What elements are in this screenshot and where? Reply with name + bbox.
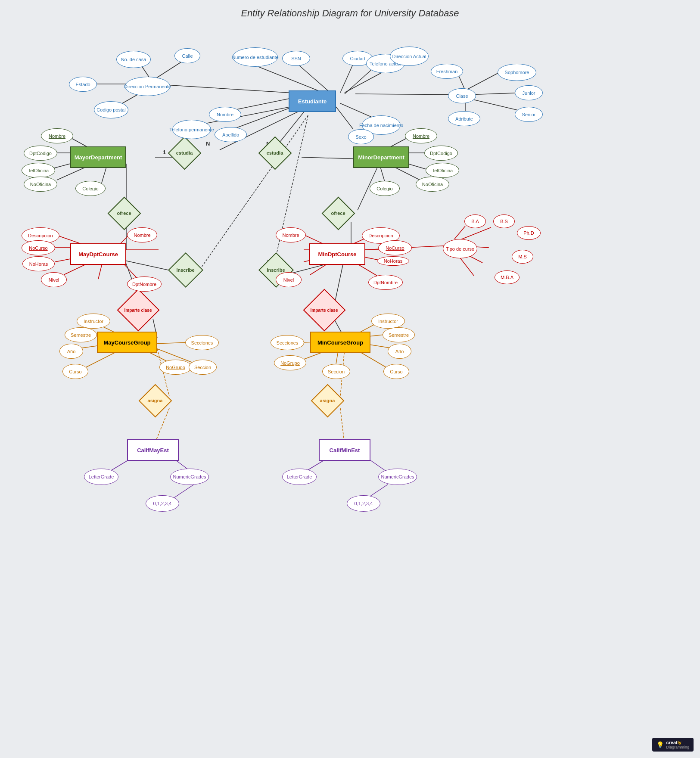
attr-codigo-postal: Codigo postal bbox=[94, 101, 128, 118]
entity-calif-may-est: CalifMayEst bbox=[127, 439, 179, 461]
svg-line-6 bbox=[345, 67, 375, 94]
svg-line-8 bbox=[340, 103, 375, 118]
svg-line-74 bbox=[154, 342, 190, 344]
attr-may-nivel: Nivel bbox=[41, 272, 67, 287]
svg-line-9 bbox=[336, 107, 353, 129]
diamond-estudia-1: estudia bbox=[167, 142, 202, 164]
attr-no-de-casa: No. de casa bbox=[116, 51, 151, 68]
attr-may-grades-values: 0,1,2,3,4 bbox=[146, 495, 179, 512]
diagram-title: Entity Relationship Diagram for Universi… bbox=[241, 8, 459, 19]
attr-tipo-curso: Tipo de curso bbox=[443, 239, 477, 258]
attr-minor-nooficina: NoOficina bbox=[416, 177, 449, 192]
attr-may-numericgrades: NumericGrades bbox=[170, 469, 209, 485]
attr-mayor-dptcodigo: DptCodigo bbox=[24, 146, 57, 161]
attr-minor-teloficina: TelOficina bbox=[426, 163, 459, 178]
attr-min-dptnombre: DptNombre bbox=[368, 275, 403, 290]
svg-text:1: 1 bbox=[163, 149, 166, 155]
attr-may-secciones: Secciones bbox=[185, 335, 219, 350]
svg-line-16 bbox=[151, 84, 308, 94]
attr-mayor-teloficina: TelOficina bbox=[22, 163, 55, 178]
attr-mayor-nooficina: NoOficina bbox=[24, 177, 57, 192]
attr-phd: Ph.D bbox=[517, 226, 541, 240]
svg-line-12 bbox=[465, 71, 502, 90]
logo-subtext: Diagramming bbox=[666, 745, 689, 749]
attr-may-nogrupo: NoGrupo bbox=[159, 360, 192, 375]
attr-min-seccion: Seccion bbox=[322, 364, 350, 379]
diamond-inscribe-1: inscribe bbox=[167, 259, 204, 281]
entity-calif-min-est: CalifMinEst bbox=[319, 439, 370, 461]
diagram-container: Entity Relationship Diagram for Universi… bbox=[0, 0, 700, 758]
attr-numero-estudiante: Numero de estudiante bbox=[233, 47, 278, 67]
attr-may-semestre: Semestre bbox=[65, 327, 97, 342]
attr-min-nohoras: NoHoras bbox=[377, 256, 409, 266]
entity-may-dpt-course: MayDptCourse bbox=[70, 243, 126, 265]
logo-bulb-icon: 💡 bbox=[656, 741, 664, 748]
attr-mayor-nombre: Nombre bbox=[41, 128, 73, 143]
attr-may-seccion: Seccion bbox=[189, 360, 217, 375]
attr-clase: Clase bbox=[448, 88, 476, 103]
attr-bs: B.S bbox=[493, 214, 515, 228]
creately-logo: 💡 creatly Diagramming bbox=[652, 738, 694, 752]
attr-sophomore: Sophomore bbox=[498, 64, 536, 81]
diamond-estudia-2: estudia bbox=[258, 142, 292, 164]
attr-may-ano: Año bbox=[59, 344, 83, 359]
attr-min-curso: Curso bbox=[383, 364, 409, 379]
attr-freshman: Freshman bbox=[431, 64, 463, 79]
attr-min-grades-values: 0,1,2,3,4 bbox=[347, 495, 380, 512]
svg-line-62 bbox=[274, 115, 308, 267]
attr-min-secciones: Secciones bbox=[271, 335, 304, 350]
diamond-asigna-2: asigna bbox=[310, 390, 345, 411]
attr-min-instructor: Instructor bbox=[371, 314, 405, 329]
attr-min-nocurso: NoCurso bbox=[378, 240, 412, 255]
attr-direccion-actual: Direccion Actual bbox=[390, 47, 429, 66]
attr-may-lettergrade: LetterGrade bbox=[84, 469, 118, 485]
svg-line-1 bbox=[258, 67, 323, 93]
entity-may-course-group: MayCourseGroup bbox=[97, 332, 157, 353]
attr-estado: Estado bbox=[69, 77, 97, 92]
attr-min-nogrupo: NoGrupo bbox=[274, 355, 306, 370]
attr-nombre-blue: Nombre bbox=[209, 107, 241, 122]
attr-min-nombre: Nombre bbox=[276, 227, 306, 242]
diamond-ofrece-1: ofrece bbox=[107, 202, 141, 224]
diamond-imparte-clase-2: Imparte clase bbox=[302, 299, 347, 321]
diamond-ofrece-2: ofrece bbox=[321, 202, 355, 224]
attr-telefono-permanente: Telefono permanente bbox=[172, 120, 211, 139]
diamond-asigna-1: asigna bbox=[138, 390, 172, 411]
attr-may-instructor: Instructor bbox=[77, 314, 110, 329]
attr-minor-nombre: Nombre bbox=[405, 128, 437, 143]
attr-ba: B.A bbox=[464, 214, 486, 228]
entity-min-course-group: MinCourseGroup bbox=[310, 332, 370, 353]
attr-attribute: Attribute bbox=[448, 111, 480, 126]
entity-minor-department: MinorDepartment bbox=[353, 146, 409, 168]
attr-min-nivel: Nivel bbox=[276, 272, 302, 287]
svg-line-56 bbox=[454, 226, 465, 239]
attr-minor-dptcodigo: DptCodigo bbox=[424, 146, 458, 161]
logo-text: creatly bbox=[666, 740, 689, 745]
svg-line-5 bbox=[340, 64, 353, 93]
attr-junior: Junior bbox=[515, 85, 543, 100]
attr-min-numericgrades: NumericGrades bbox=[378, 469, 417, 485]
svg-text:N: N bbox=[206, 140, 210, 147]
attr-calle: Calle bbox=[174, 48, 200, 63]
attr-min-ano: Año bbox=[388, 344, 411, 359]
entity-mayor-department: MayorDepartment bbox=[70, 146, 126, 168]
attr-sexo: Sexo bbox=[348, 129, 374, 144]
attr-direccion-permanente: Direccion Permanente bbox=[125, 77, 170, 96]
attr-may-curso: Curso bbox=[62, 364, 88, 379]
attr-min-semestre: Semestre bbox=[383, 327, 415, 342]
diamond-imparte-clase-1: Imparte clase bbox=[115, 299, 161, 321]
attr-mayor-colegio: Colegio bbox=[75, 181, 106, 196]
attr-may-nocurso: NoCurso bbox=[22, 240, 55, 255]
svg-line-0 bbox=[297, 64, 332, 94]
entity-estudiante: Estudiante bbox=[289, 90, 336, 112]
attr-may-nohoras: NoHoras bbox=[22, 256, 55, 271]
attr-may-nombre: Nombre bbox=[127, 227, 157, 242]
attr-minor-colegio: Colegio bbox=[370, 181, 400, 196]
attr-ssn: SSN bbox=[282, 51, 310, 66]
entity-min-dpt-course: MinDptCourse bbox=[309, 243, 365, 265]
attr-ms: M.S bbox=[512, 250, 533, 264]
attr-min-lettergrade: LetterGrade bbox=[282, 469, 317, 485]
attr-apellido: Apellido bbox=[215, 127, 247, 142]
attr-may-dptnombre: DptNombre bbox=[127, 276, 162, 292]
attr-senior: Senior bbox=[515, 107, 543, 122]
